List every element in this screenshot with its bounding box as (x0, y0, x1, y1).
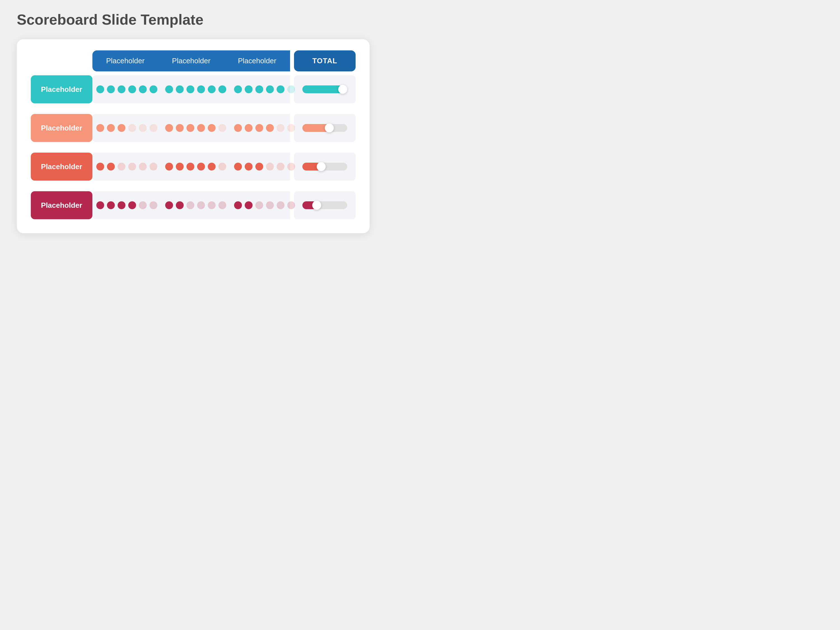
dot-filled (176, 124, 184, 132)
slider-thumb-3[interactable] (312, 201, 321, 210)
dot-filled (266, 124, 274, 132)
dot-filled (118, 124, 125, 132)
dot-filled (255, 124, 263, 132)
dot-empty (139, 163, 147, 171)
header-col-3: Placeholder (224, 51, 290, 71)
dot-empty (150, 124, 157, 132)
dot-empty (128, 124, 136, 132)
dot-filled (96, 163, 104, 171)
row-gap-3 (31, 185, 355, 187)
dot-empty (276, 163, 284, 171)
dot-empty (276, 201, 284, 209)
slider-thumb-1[interactable] (325, 123, 334, 133)
dot-filled (186, 85, 194, 93)
dot-filled (255, 163, 263, 171)
dot-filled (128, 85, 136, 93)
dot-filled (107, 124, 115, 132)
cell-2-2 (230, 153, 299, 181)
dot-filled (234, 85, 242, 93)
row-total-0 (294, 75, 355, 103)
slider-thumb-2[interactable] (317, 162, 326, 171)
row-gap-1 (31, 107, 355, 110)
slider-thumb-0[interactable] (338, 85, 347, 94)
dot-filled (118, 85, 125, 93)
dot-filled (218, 85, 226, 93)
row-total-1 (294, 114, 355, 142)
slider-track-1[interactable] (302, 124, 347, 132)
row-label-3: Placeholder (31, 191, 92, 219)
dot-filled (245, 163, 253, 171)
dot-filled (266, 85, 274, 93)
dot-filled (128, 201, 136, 209)
dot-empty (276, 124, 284, 132)
dot-empty (287, 85, 295, 93)
dot-filled (245, 85, 253, 93)
cell-0-1 (161, 75, 230, 103)
dot-filled (245, 124, 253, 132)
dot-empty (197, 201, 205, 209)
slider-track-2[interactable] (302, 163, 347, 171)
cell-3-0 (92, 191, 161, 219)
cell-3-1 (161, 191, 230, 219)
dot-filled (150, 85, 157, 93)
cell-3-2 (230, 191, 299, 219)
slider-track-3[interactable] (302, 201, 347, 209)
dot-empty (128, 163, 136, 171)
cell-1-2 (230, 114, 299, 142)
dot-filled (208, 124, 216, 132)
row-cells-0 (92, 75, 290, 103)
header-total: TOTAL (294, 51, 355, 71)
header-columns: Placeholder Placeholder Placeholder (92, 51, 290, 71)
dot-filled (165, 124, 173, 132)
dot-empty (208, 201, 216, 209)
cell-2-1 (161, 153, 230, 181)
dot-empty (150, 201, 157, 209)
dot-filled (107, 163, 115, 171)
dot-empty (266, 163, 274, 171)
dot-filled (176, 163, 184, 171)
dot-filled (255, 85, 263, 93)
dot-filled (107, 85, 115, 93)
cell-0-0 (92, 75, 161, 103)
dot-filled (186, 163, 194, 171)
dot-filled (197, 124, 205, 132)
dot-filled (96, 124, 104, 132)
dot-filled (208, 163, 216, 171)
row-total-2 (294, 153, 355, 181)
dot-filled (245, 201, 253, 209)
cell-0-2 (230, 75, 299, 103)
cell-1-0 (92, 114, 161, 142)
dot-empty (186, 201, 194, 209)
dot-empty (287, 201, 295, 209)
row-cells-2 (92, 153, 290, 181)
dot-empty (139, 124, 147, 132)
row-total-3 (294, 191, 355, 219)
dot-empty (218, 163, 226, 171)
dot-filled (165, 85, 173, 93)
dot-empty (287, 124, 295, 132)
slider-fill-0 (302, 85, 343, 93)
dot-empty (218, 201, 226, 209)
header-col-2: Placeholder (158, 51, 224, 71)
row-label-2: Placeholder (31, 153, 92, 181)
header-col-1: Placeholder (92, 51, 158, 71)
cell-1-1 (161, 114, 230, 142)
dot-filled (186, 124, 194, 132)
dot-filled (197, 163, 205, 171)
dot-filled (276, 85, 284, 93)
dot-empty (139, 201, 147, 209)
row-gap-2 (31, 146, 355, 149)
scoreboard-card: Placeholder Placeholder Placeholder TOTA… (17, 39, 369, 233)
dot-filled (96, 201, 104, 209)
row-cells-1 (92, 114, 290, 142)
dot-filled (118, 201, 125, 209)
dot-filled (234, 163, 242, 171)
row-label-1: Placeholder (31, 114, 92, 142)
dot-filled (234, 201, 242, 209)
slider-track-0[interactable] (302, 85, 347, 93)
dot-filled (234, 124, 242, 132)
dot-filled (197, 85, 205, 93)
dot-empty (118, 163, 125, 171)
cell-2-0 (92, 153, 161, 181)
dot-filled (208, 85, 216, 93)
